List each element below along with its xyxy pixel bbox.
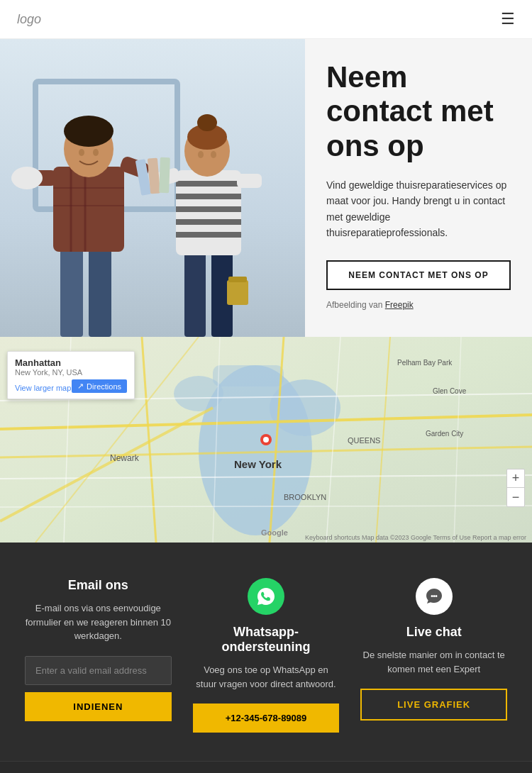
livechat-column: Live chat De snelste manier om in contac… [350,578,518,721]
svg-point-11 [11,167,43,189]
svg-point-34 [211,151,216,158]
whatsapp-button[interactable]: +12-345-678-89089 [193,704,340,733]
svg-text:New York: New York [234,458,282,470]
footer: Sample text. Click to select the Text El… [0,761,532,773]
map-info-box: Manhattan New York, NY, USA View larger … [7,351,135,399]
hero-image [0,39,305,337]
zoom-out-button[interactable]: − [507,488,524,506]
svg-text:BROOKLYN: BROOKLYN [284,493,326,501]
menu-icon[interactable]: ☰ [501,10,515,28]
submit-button[interactable]: INDIENEN [25,692,172,721]
svg-rect-28 [159,157,170,193]
svg-point-32 [197,114,217,131]
svg-text:Glen Cove: Glen Cove [433,387,467,395]
contact-cta-button[interactable]: NEEM CONTACT MET ONS OP [326,260,511,290]
hero-attribution: Afbeelding van Freepik [326,300,511,310]
svg-rect-17 [184,248,206,337]
svg-point-16 [93,149,99,156]
svg-point-66 [263,437,269,443]
whatsapp-title: Whatsapp-ondersteuning [193,625,340,655]
svg-rect-20 [176,181,241,187]
hero-description: Vind geweldige thuisreparatieservices op… [326,177,511,241]
email-column: Email ons E-mail ons via ons eenvoudige … [14,578,182,721]
svg-rect-23 [176,219,241,225]
hero-section: Neem contact met ons op Vind geweldige t… [0,39,532,337]
directions-button[interactable]: ↗ Directions [72,379,127,393]
hero-illustration [0,39,305,337]
navbar: logo ☰ [0,0,532,39]
map-info-title: Manhattan [15,357,127,368]
livechat-icon [416,578,453,615]
svg-rect-24 [176,232,241,238]
svg-text:Google: Google [261,528,288,537]
livechat-button[interactable]: LIVE GRAFIEK [360,689,507,721]
svg-text:Garden City: Garden City [426,430,463,438]
whatsapp-column: Whatsapp-ondersteuning Voeg ons toe op W… [182,578,350,733]
logo: logo [17,12,41,27]
map-info-subtitle: New York, NY, USA [15,368,127,377]
map-attribution: Keyboard shortcuts Map data ©2023 Google… [305,534,526,541]
svg-rect-29 [237,174,262,188]
svg-rect-3 [60,245,83,337]
hero-content: Neem contact met ons op Vind geweldige t… [305,39,532,337]
svg-text:Pelham Bay Park: Pelham Bay Park [397,359,453,367]
svg-rect-22 [176,206,241,212]
email-input[interactable] [25,656,172,685]
email-title: Email ons [25,578,172,593]
svg-rect-4 [89,245,111,337]
svg-rect-5 [53,167,124,252]
svg-point-15 [79,149,84,156]
livechat-title: Live chat [360,625,507,640]
svg-point-33 [198,151,204,158]
svg-rect-21 [176,194,241,199]
svg-rect-41 [213,365,284,386]
email-description: E-mail ons via ons eenvoudige formulier … [25,601,172,643]
livechat-description: De snelste manier om in contact te komen… [360,648,507,676]
hero-title: Neem contact met ons op [326,60,511,163]
whatsapp-icon [248,578,284,615]
svg-rect-35 [227,280,248,305]
svg-text:QUEENS: QUEENS [348,436,380,445]
whatsapp-description: Voeg ons toe op WhatsApp en stuur vragen… [193,663,340,691]
map-section[interactable]: New York Newark BROOKLYN QUEENS East Han… [0,337,532,543]
svg-rect-36 [228,277,247,282]
freepik-link[interactable]: Freepik [385,300,414,310]
contact-section: Email ons E-mail ons via ons eenvoudige … [0,543,532,761]
svg-point-14 [64,116,113,147]
svg-text:Newark: Newark [110,453,140,463]
zoom-in-button[interactable]: + [507,469,524,488]
view-larger-map-link[interactable]: View larger map [15,384,71,392]
map-zoom-controls: + − [506,469,525,507]
